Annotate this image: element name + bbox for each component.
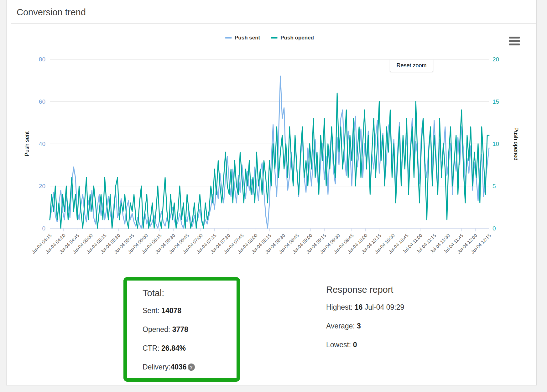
conversion-trend-card: Conversion trend Push sentPush opened Re… (6, 0, 537, 385)
x-axis-tick (393, 229, 393, 231)
stat-label: Average: (326, 322, 357, 330)
y-axis-label-left: 60 (27, 99, 45, 105)
y-axis-label-right: 5 (492, 183, 511, 189)
x-axis-tick (118, 229, 119, 231)
x-axis-tick (201, 229, 201, 231)
total-row-delivery: Delivery:4036? (143, 363, 237, 371)
delivery-help-icon[interactable]: ? (188, 364, 195, 371)
total-row-opened: Opened: 3778 (143, 325, 237, 334)
chart-canvas (50, 59, 489, 228)
legend-marker-icon (225, 37, 232, 39)
x-axis-tick (283, 229, 283, 231)
x-axis-tick (434, 229, 434, 231)
page-title: Conversion trend (7, 0, 536, 18)
y-axis-label-left: 80 (27, 56, 45, 62)
y-axis-label-right: 15 (492, 99, 511, 105)
total-box: Total: Sent: 14078Opened: 3778CTR: 26.84… (123, 277, 240, 382)
x-axis-tick (489, 229, 489, 231)
legend-label: Push opened (280, 35, 314, 41)
response-report: Response report Highest: 16 Jul-04 09:29… (326, 277, 470, 359)
x-axis-tick (159, 229, 160, 231)
conversion-chart: Push sentPush opened Reset zoom Push sen… (7, 22, 537, 270)
x-axis-tick (214, 229, 215, 231)
push-sent-line (50, 76, 489, 228)
stat-label: CTR: (143, 344, 161, 352)
x-axis-tick (379, 229, 379, 231)
stat-value: 4036 (170, 363, 186, 371)
y-axis-title-right: Push opened (511, 59, 520, 228)
y-axis-label-right: 0 (492, 225, 511, 231)
x-axis-tick (475, 229, 476, 231)
x-axis-tick (91, 229, 91, 231)
legend-label: Push sent (235, 35, 260, 41)
x-axis-tick (132, 229, 132, 231)
y-axis-label-left: 0 (27, 225, 45, 231)
stat-value: 14078 (161, 307, 181, 315)
x-axis-tick (187, 229, 187, 231)
y-axis-label-left: 40 (27, 141, 45, 147)
total-heading: Total: (143, 288, 237, 298)
y-axis-label-left: 20 (27, 183, 45, 189)
response-row-lowest: Lowest: 0 (326, 341, 470, 349)
x-axis-tick (77, 229, 77, 231)
response-row-average: Average: 3 (326, 322, 470, 330)
x-axis-tick (228, 229, 228, 231)
stat-label: Lowest: (326, 341, 353, 349)
stat-label: Delivery: (143, 363, 170, 371)
x-axis-tick (324, 229, 325, 231)
y-axis-label-right: 10 (492, 141, 511, 147)
chart-legend: Push sentPush opened (50, 35, 489, 41)
response-report-heading: Response report (326, 285, 470, 295)
stat-value: 16 (355, 303, 363, 311)
hamburger-icon (509, 37, 520, 39)
y-axis-label-right: 20 (492, 56, 511, 62)
stat-value: 3778 (172, 325, 188, 333)
legend-item-push-opened[interactable]: Push opened (271, 35, 314, 41)
x-axis-tick (352, 229, 352, 231)
total-row-sent: Sent: 14078 (143, 307, 237, 315)
chart-menu-button[interactable] (509, 37, 520, 45)
legend-marker-icon (271, 37, 278, 39)
stat-value: 26.84% (161, 344, 186, 352)
total-row-ctr: CTR: 26.84% (143, 344, 237, 353)
legend-item-push-sent[interactable]: Push sent (225, 35, 260, 41)
x-axis-tick (338, 229, 338, 231)
page-background: Conversion trend Push sentPush opened Re… (0, 0, 547, 392)
x-axis-tick (105, 229, 105, 231)
x-axis-tick (365, 229, 366, 231)
stat-label: Highest: (326, 303, 355, 311)
x-axis-tick (63, 229, 64, 231)
hamburger-icon (509, 40, 520, 42)
x-axis-tick (269, 229, 270, 231)
stat-label: Opened: (143, 325, 172, 333)
x-axis-tick (242, 229, 242, 231)
stat-value: 3 (357, 322, 361, 330)
x-axis-tick (146, 229, 146, 231)
x-axis-tick (50, 229, 50, 231)
stat-label: Sent: (143, 307, 161, 315)
x-axis-tick (407, 229, 407, 231)
stat-suffix: Jul-04 09:29 (362, 303, 404, 311)
y-axis-title-right-text: Push opened (513, 127, 519, 160)
stat-value: 0 (353, 341, 357, 349)
x-axis-tick (461, 229, 462, 231)
x-axis-tick (256, 229, 256, 231)
hamburger-icon (509, 44, 520, 45)
x-axis-tick (297, 229, 297, 231)
response-row-highest: Highest: 16 Jul-04 09:29 (326, 303, 470, 312)
x-axis-tick (173, 229, 174, 231)
plot-area[interactable] (50, 59, 489, 229)
x-axis-tick (420, 229, 420, 231)
x-axis-tick (448, 229, 448, 231)
x-axis-tick (310, 229, 311, 231)
